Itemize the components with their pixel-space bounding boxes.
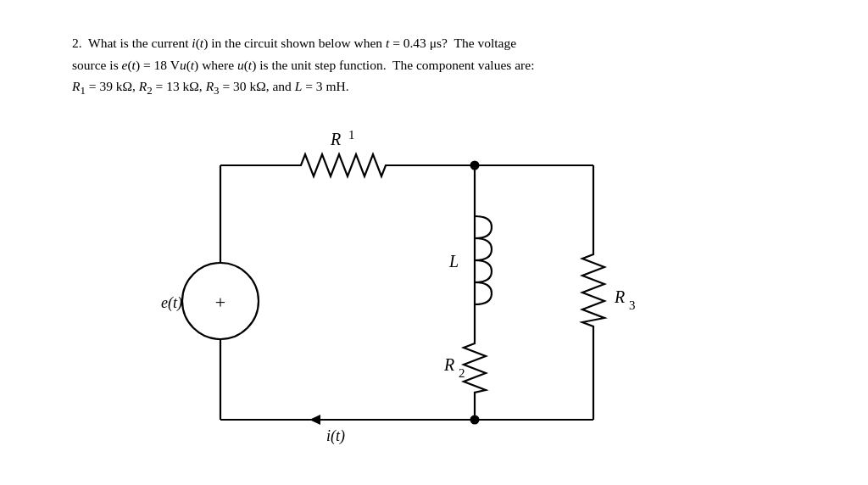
it-label-text: i(t) bbox=[326, 427, 345, 445]
et-label-text: e(t) bbox=[161, 294, 182, 312]
current-arrow bbox=[309, 415, 320, 425]
r2-label-text: R bbox=[443, 355, 454, 374]
problem-text-block: 2. What is the current i(t) in the circu… bbox=[34, 17, 834, 100]
r3-sub-text: 3 bbox=[629, 298, 636, 312]
r3-label-text: R bbox=[614, 287, 625, 306]
page-overlay: 2. What is the current i(t) in the circu… bbox=[0, 0, 868, 485]
r2-sub-text: 2 bbox=[459, 366, 465, 380]
r1-label-text: R bbox=[330, 130, 341, 148]
l-label-text: L bbox=[448, 252, 459, 270]
r1-sub-text: 1 bbox=[348, 128, 355, 142]
plus-symbol: + bbox=[215, 292, 225, 313]
problem-number: 2. bbox=[72, 36, 82, 50]
circuit-container: R 1 R 3 + bbox=[110, 98, 687, 454]
